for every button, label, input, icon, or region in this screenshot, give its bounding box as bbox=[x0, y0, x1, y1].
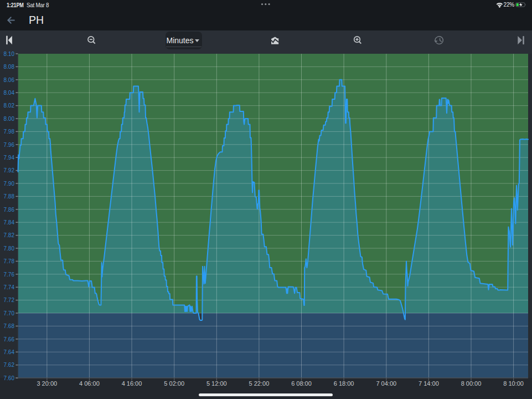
svg-text:7.84: 7.84 bbox=[4, 219, 15, 226]
svg-text:8.00: 8.00 bbox=[4, 116, 15, 122]
svg-text:7.88: 7.88 bbox=[4, 193, 15, 200]
svg-text:5 02:00: 5 02:00 bbox=[164, 380, 184, 387]
svg-text:7.60: 7.60 bbox=[4, 375, 15, 381]
svg-text:8.06: 8.06 bbox=[4, 77, 15, 83]
svg-text:7.80: 7.80 bbox=[4, 245, 15, 252]
svg-text:7.86: 7.86 bbox=[4, 207, 15, 213]
svg-text:7.96: 7.96 bbox=[4, 142, 15, 148]
svg-text:7.78: 7.78 bbox=[4, 258, 15, 264]
svg-text:3 20:00: 3 20:00 bbox=[37, 380, 57, 387]
svg-text:8.08: 8.08 bbox=[4, 64, 15, 70]
svg-text:7.74: 7.74 bbox=[4, 284, 15, 290]
svg-text:7.64: 7.64 bbox=[4, 349, 15, 355]
svg-text:7.98: 7.98 bbox=[4, 129, 15, 135]
svg-text:7.82: 7.82 bbox=[4, 232, 15, 238]
svg-text:7.72: 7.72 bbox=[4, 297, 15, 303]
svg-text:7.90: 7.90 bbox=[4, 181, 15, 187]
svg-text:6 08:00: 6 08:00 bbox=[291, 380, 312, 387]
svg-text:7.92: 7.92 bbox=[4, 167, 15, 173]
svg-text:8.02: 8.02 bbox=[4, 103, 15, 109]
svg-text:4 06:00: 4 06:00 bbox=[79, 380, 100, 387]
svg-text:7 14:00: 7 14:00 bbox=[419, 380, 439, 387]
svg-text:7.76: 7.76 bbox=[4, 272, 15, 278]
svg-text:7.68: 7.68 bbox=[4, 323, 15, 329]
svg-text:7.94: 7.94 bbox=[4, 155, 15, 161]
svg-text:8 10:00: 8 10:00 bbox=[503, 380, 524, 387]
svg-text:7.70: 7.70 bbox=[4, 310, 15, 316]
svg-text:8.04: 8.04 bbox=[4, 90, 15, 96]
svg-text:7.62: 7.62 bbox=[4, 362, 15, 368]
svg-text:8 00:00: 8 00:00 bbox=[461, 380, 482, 387]
svg-text:7.66: 7.66 bbox=[4, 336, 15, 342]
svg-text:5 12:00: 5 12:00 bbox=[206, 380, 227, 387]
svg-text:4 16:00: 4 16:00 bbox=[122, 380, 142, 387]
svg-text:6 18:00: 6 18:00 bbox=[334, 380, 354, 387]
svg-text:7 04:00: 7 04:00 bbox=[376, 380, 396, 387]
svg-text:5 22:00: 5 22:00 bbox=[249, 380, 270, 387]
